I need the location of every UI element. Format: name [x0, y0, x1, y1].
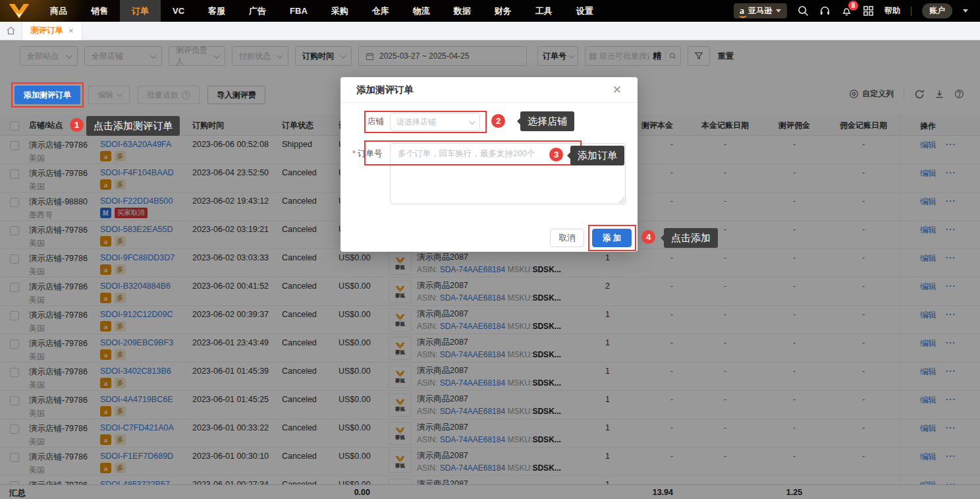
- main-menu: 商品销售订单VC客服广告FBA采购仓库物流数据财务工具设置: [38, 0, 605, 22]
- menu-item-9[interactable]: 仓库: [360, 0, 401, 22]
- confirm-add-button[interactable]: 添 加: [592, 229, 632, 247]
- step-3-tooltip: 添加订单: [570, 146, 624, 165]
- menu-item-1[interactable]: 商品: [38, 0, 79, 22]
- cancel-button[interactable]: 取消: [550, 229, 584, 247]
- menu-item-4[interactable]: VC: [161, 0, 196, 22]
- modal-title: 添加测评订单: [356, 84, 414, 96]
- step-1-marker: 1: [70, 118, 84, 132]
- step-4-marker: 4: [641, 230, 655, 244]
- apps-grid-icon[interactable]: [863, 5, 874, 16]
- top-navigation-bar: 商品销售订单VC客服广告FBA采购仓库物流数据财务工具设置 a 亚马逊 8: [0, 0, 980, 22]
- search-icon[interactable]: [798, 5, 809, 16]
- menu-item-8[interactable]: 采购: [319, 0, 360, 22]
- modal-shop-row: 店铺 请选择店铺: [340, 111, 638, 133]
- marketplace-label: 亚马逊: [748, 5, 772, 16]
- step-2-marker: 2: [491, 114, 505, 128]
- shop-field-label: 店铺: [368, 116, 384, 127]
- home-icon[interactable]: [0, 22, 22, 40]
- amazon-icon: a: [740, 7, 744, 15]
- chevron-down-icon: [469, 118, 476, 125]
- order-field-label: *订单号: [352, 148, 382, 160]
- menu-item-6[interactable]: 广告: [237, 0, 278, 22]
- tab-label: 测评订单: [30, 25, 63, 36]
- tab-close-icon[interactable]: ×: [68, 26, 74, 36]
- menu-item-13[interactable]: 工具: [524, 0, 564, 22]
- menu-item-5[interactable]: 客服: [196, 0, 237, 22]
- step-2-tooltip: 选择店铺: [520, 111, 574, 131]
- step-3-marker: 3: [549, 148, 563, 161]
- marketplace-selector[interactable]: a 亚马逊: [734, 3, 787, 18]
- menu-item-10[interactable]: 物流: [401, 0, 442, 22]
- add-review-order-button[interactable]: 添加测评订单: [14, 86, 80, 104]
- tab-review-orders[interactable]: 测评订单 ×: [22, 22, 82, 40]
- help-link[interactable]: 帮助: [885, 5, 900, 16]
- textarea-resize-handle[interactable]: [619, 198, 624, 203]
- menu-item-2[interactable]: 销售: [79, 0, 120, 22]
- menu-item-3[interactable]: 订单: [120, 0, 161, 22]
- tab-bar: 测评订单 ×: [0, 22, 980, 40]
- notification-count-badge: 8: [848, 1, 858, 11]
- account-button[interactable]: 账户: [922, 3, 952, 18]
- notifications-bell-icon[interactable]: 8: [841, 5, 852, 16]
- step-4-tooltip: 点击添加: [664, 228, 718, 248]
- close-icon[interactable]: ✕: [612, 84, 622, 96]
- shop-select-placeholder: 请选择店铺: [396, 117, 436, 128]
- account-chevron-down-icon[interactable]: [963, 9, 968, 13]
- topnav-right-cluster: a 亚马逊 8: [734, 3, 980, 18]
- headset-icon[interactable]: [819, 5, 830, 16]
- shop-select[interactable]: 请选择店铺: [390, 113, 480, 131]
- topnav-divider: [911, 7, 912, 16]
- account-label: 账户: [929, 5, 945, 16]
- brand-logo-icon[interactable]: [0, 0, 38, 22]
- modal-footer: 取消 添 加: [340, 225, 638, 252]
- menu-item-11[interactable]: 数据: [442, 0, 483, 22]
- menu-item-12[interactable]: 财务: [483, 0, 524, 22]
- menu-item-14[interactable]: 设置: [564, 0, 605, 22]
- chevron-down-icon: [776, 9, 781, 13]
- add-review-order-highlight: 添加测评订单: [14, 86, 80, 104]
- menu-item-7[interactable]: FBA: [278, 0, 319, 22]
- modal-header: 添加测评订单 ✕: [340, 77, 638, 103]
- required-asterisk: *: [352, 149, 356, 158]
- step-1-tooltip: 点击添加测评订单: [86, 116, 180, 136]
